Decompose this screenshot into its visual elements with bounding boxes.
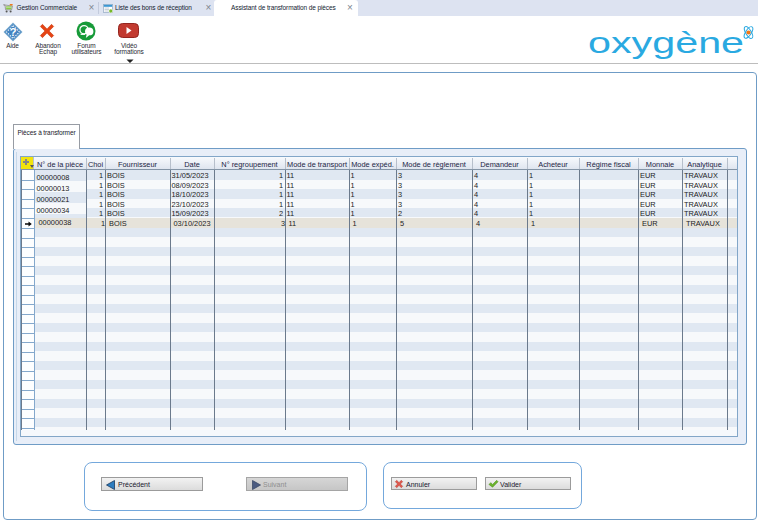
svg-text:?: ? bbox=[10, 25, 17, 37]
